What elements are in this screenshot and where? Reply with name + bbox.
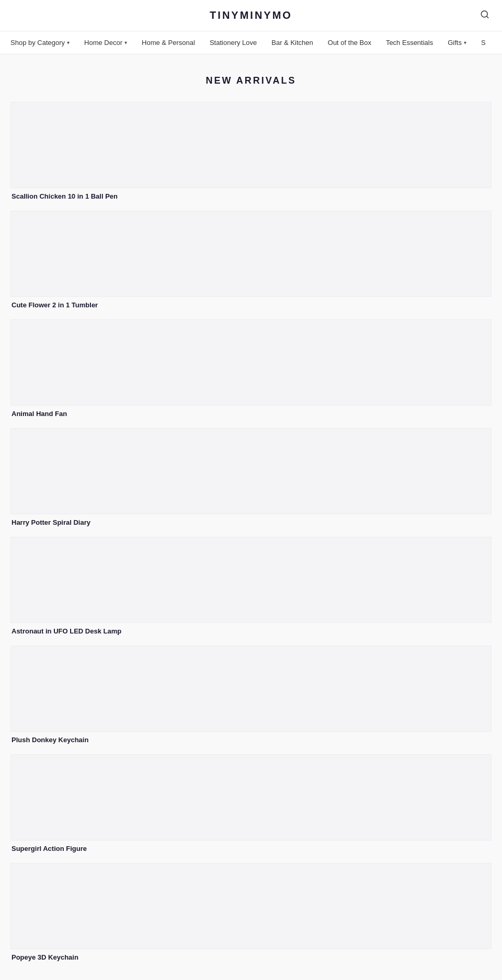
- section-title: NEW ARRIVALS: [10, 75, 492, 86]
- chevron-down-icon: ▾: [67, 40, 70, 45]
- nav-item-out-of-the-box[interactable]: Out of the Box: [321, 31, 379, 54]
- product-image: [10, 754, 492, 840]
- chevron-down-icon: ▾: [464, 40, 466, 45]
- product-item[interactable]: Cute Flower 2 in 1 Tumbler: [10, 211, 492, 315]
- product-image: [10, 102, 492, 188]
- product-name: Supergirl Action Figure: [10, 845, 492, 852]
- nav-item-label: Out of the Box: [328, 39, 371, 47]
- nav-item-label: S: [481, 39, 486, 47]
- product-item[interactable]: Harry Potter Spiral Diary: [10, 428, 492, 533]
- header: TINYMINYMO: [0, 0, 502, 31]
- product-name: Harry Potter Spiral Diary: [10, 518, 492, 526]
- product-item[interactable]: Popeye 3D Keychain: [10, 863, 492, 967]
- product-item[interactable]: Supergirl Action Figure: [10, 754, 492, 859]
- nav-item-label: Home Decor: [84, 39, 122, 47]
- nav-item-shop-by-category[interactable]: Shop by Category▾: [10, 31, 77, 54]
- nav-item-stationery-love[interactable]: Stationery Love: [202, 31, 264, 54]
- nav-item-home-&-personal[interactable]: Home & Personal: [134, 31, 202, 54]
- product-image: [10, 537, 492, 623]
- product-name: Animal Hand Fan: [10, 410, 492, 418]
- chevron-down-icon: ▾: [124, 40, 127, 45]
- product-name: Scallion Chicken 10 in 1 Ball Pen: [10, 192, 492, 200]
- product-name: Cute Flower 2 in 1 Tumbler: [10, 301, 492, 309]
- product-image: [10, 211, 492, 297]
- product-name: Astronaut in UFO LED Desk Lamp: [10, 627, 492, 635]
- svg-line-1: [486, 16, 488, 17]
- product-image: [10, 863, 492, 949]
- nav-item-label: Tech Essentials: [386, 39, 433, 47]
- product-item[interactable]: Astronaut in UFO LED Desk Lamp: [10, 537, 492, 641]
- product-image: [10, 428, 492, 514]
- main-content: NEW ARRIVALS Scallion Chicken 10 in 1 Ba…: [0, 54, 502, 980]
- nav-item-s[interactable]: S: [474, 31, 493, 54]
- nav-item-gifts[interactable]: Gifts▾: [440, 31, 474, 54]
- nav-item-home-decor[interactable]: Home Decor▾: [77, 31, 134, 54]
- main-nav: Shop by Category▾Home Decor▾Home & Perso…: [0, 31, 502, 54]
- nav-item-tech-essentials[interactable]: Tech Essentials: [379, 31, 440, 54]
- product-name: Plush Donkey Keychain: [10, 736, 492, 744]
- product-item[interactable]: Scallion Chicken 10 in 1 Ball Pen: [10, 102, 492, 206]
- nav-item-label: Home & Personal: [142, 39, 195, 47]
- product-list: Scallion Chicken 10 in 1 Ball PenCute Fl…: [10, 102, 492, 972]
- nav-item-label: Stationery Love: [210, 39, 257, 47]
- nav-item-label: Gifts: [448, 39, 462, 47]
- nav-item-label: Bar & Kitchen: [271, 39, 313, 47]
- search-icon[interactable]: [480, 9, 489, 21]
- nav-item-bar-&-kitchen[interactable]: Bar & Kitchen: [264, 31, 321, 54]
- product-image: [10, 645, 492, 732]
- site-logo[interactable]: TINYMINYMO: [210, 9, 292, 21]
- product-name: Popeye 3D Keychain: [10, 953, 492, 961]
- product-image: [10, 319, 492, 406]
- nav-item-label: Shop by Category: [10, 39, 65, 47]
- product-item[interactable]: Plush Donkey Keychain: [10, 645, 492, 750]
- product-item[interactable]: Animal Hand Fan: [10, 319, 492, 424]
